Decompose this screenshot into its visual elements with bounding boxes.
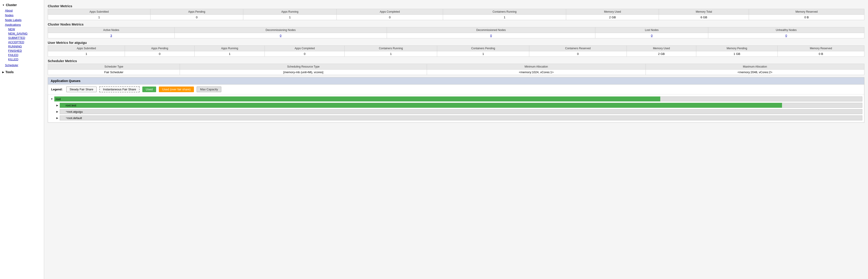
sm-val-0: Fair Scheduler — [48, 70, 180, 75]
sm-val-3: <memory:2048, vCores:2> — [646, 70, 864, 75]
root-queue-label: root — [54, 97, 862, 101]
cm-col-5: Memory Used — [566, 9, 659, 15]
cnm-val-1: 0 — [175, 33, 387, 38]
cm-val-1: 0 — [150, 15, 243, 20]
cnm-val-3: 0 — [595, 33, 708, 38]
cluster-metrics-title: Cluster Metrics — [48, 4, 864, 8]
tools-arrow-icon: ▶ — [2, 71, 4, 73]
sidebar-subitem-accepted[interactable]: ACCEPTED — [0, 40, 44, 44]
legend-max-capacity: Max Capacity — [197, 86, 221, 92]
scheduler-metrics-title: Scheduler Metrics — [48, 59, 864, 63]
queue-row-root-test: ▶ root.test — [50, 102, 862, 108]
sidebar-subitem-new[interactable]: NEW — [0, 27, 44, 31]
root-test-label: root.test — [60, 103, 862, 108]
um-col-5: Containers Pending — [437, 46, 529, 51]
cm-col-3: Apps Completed — [337, 9, 443, 15]
root-default-plus: + — [66, 116, 67, 119]
queue-area: ▼ root ▶ root.test ▶ — [48, 95, 864, 123]
root-queue-toggle[interactable]: ▼ — [50, 97, 54, 101]
sm-col-0: Scheduler Type — [48, 64, 180, 70]
sidebar-subitem-killed[interactable]: KILLED — [0, 57, 44, 62]
cm-val-6: 6 GB — [659, 15, 749, 20]
um-val-1: 0 — [125, 51, 195, 57]
um-val-9: 0 B — [777, 51, 864, 57]
sidebar-item-node-labels[interactable]: Node Labels — [0, 18, 44, 22]
user-metrics-table: Apps Submitted Apps Pending Apps Running… — [48, 45, 864, 57]
um-val-0: 1 — [48, 51, 125, 57]
sidebar-tools-header[interactable]: ▶ Tools — [0, 69, 44, 75]
sm-val-1: [memory-mb (unit=Mi), vcores] — [180, 70, 427, 75]
cm-val-2: 1 — [243, 15, 337, 20]
sidebar-item-applications[interactable]: Applications — [0, 22, 44, 27]
legend-instantaneous-fair-share: Instantaneous Fair Share — [99, 86, 140, 93]
sidebar-item-nodes[interactable]: Nodes — [0, 13, 44, 18]
um-col-7: Memory Used — [626, 46, 696, 51]
root-atguigu-plus: + — [66, 110, 67, 113]
cnm-val-0-link[interactable]: 3 — [111, 34, 112, 37]
um-val-7: 2 GB — [626, 51, 696, 57]
legend-used-over: Used (over fair share) — [159, 86, 194, 92]
legend-steady-fair-share: Steady Fair Share — [66, 86, 97, 92]
cnm-col-0: Active Nodes — [48, 27, 175, 33]
cm-val-0: 1 — [48, 15, 151, 20]
cm-col-0: Apps Submitted — [48, 9, 151, 15]
root-default-toggle[interactable]: ▶ — [55, 116, 59, 120]
cnm-val-2-link[interactable]: 0 — [490, 34, 492, 37]
root-default-queue-bar[interactable]: + root.default — [60, 115, 862, 120]
sidebar-tools-label: Tools — [5, 70, 13, 74]
cm-col-4: Containers Running — [443, 9, 566, 15]
cm-val-4: 1 — [443, 15, 566, 20]
cm-col-1: Apps Pending — [150, 9, 243, 15]
cluster-metrics-table: Apps Submitted Apps Pending Apps Running… — [48, 9, 864, 20]
legend-label: Legend: — [51, 88, 63, 91]
cluster-arrow-icon: ▼ — [2, 4, 4, 6]
sidebar-item-about[interactable]: About — [0, 8, 44, 13]
root-test-toggle[interactable]: ▶ — [55, 103, 59, 107]
um-col-2: Apps Running — [195, 46, 265, 51]
root-default-label: + root.default — [60, 115, 862, 120]
sm-val-2: <memory:1024, vCores:1> — [427, 70, 646, 75]
cm-val-7: 0 B — [749, 15, 864, 20]
app-queues-section: Application Queues Legend: Steady Fair S… — [48, 77, 864, 123]
cm-val-5: 2 GB — [566, 15, 659, 20]
cluster-nodes-table: Active Nodes Decommissioning Nodes Decom… — [48, 27, 864, 38]
sidebar-subitem-submitted[interactable]: SUBMITTED — [0, 36, 44, 40]
legend-row: Legend: Steady Fair Share Instantaneous … — [48, 84, 864, 95]
root-atguigu-toggle[interactable]: ▶ — [55, 110, 59, 114]
root-test-queue-bar[interactable]: root.test — [60, 103, 862, 108]
cnm-col-4: Unhealthy Nodes — [708, 27, 864, 33]
um-val-3: 0 — [265, 51, 345, 57]
um-col-9: Memory Reserved — [777, 46, 864, 51]
queue-row-root-default: ▶ + root.default — [50, 115, 862, 121]
queue-row-root-atguigu: ▶ + root.atguigu — [50, 108, 862, 115]
um-col-1: Apps Pending — [125, 46, 195, 51]
sidebar-subitem-new-saving[interactable]: NEW_SAVING — [0, 31, 44, 36]
cnm-val-3-link[interactable]: 0 — [651, 34, 653, 37]
um-val-4: 1 — [345, 51, 437, 57]
root-queue-bar[interactable]: root — [54, 97, 862, 101]
sm-col-3: Maximum Allocation — [646, 64, 864, 70]
sidebar-cluster-label: Cluster — [6, 3, 17, 7]
sidebar-subitem-failed[interactable]: FAILED — [0, 53, 44, 57]
cnm-val-1-link[interactable]: 0 — [280, 34, 281, 37]
um-col-3: Apps Completed — [265, 46, 345, 51]
cnm-val-2: 0 — [387, 33, 595, 38]
cm-col-2: Apps Running — [243, 9, 337, 15]
cluster-nodes-title: Cluster Nodes Metrics — [48, 22, 864, 26]
um-col-0: Apps Submitted — [48, 46, 125, 51]
root-atguigu-queue-bar[interactable]: + root.atguigu — [60, 109, 862, 114]
sidebar-item-scheduler[interactable]: Scheduler — [0, 63, 44, 68]
sidebar-subitem-running[interactable]: RUNNING — [0, 44, 44, 48]
root-atguigu-label: + root.atguigu — [60, 109, 862, 114]
sidebar-subitem-finished[interactable]: FINISHED — [0, 48, 44, 53]
app-queues-header: Application Queues — [48, 77, 864, 84]
main-content: Cluster Metrics Apps Submitted Apps Pend… — [44, 0, 868, 279]
cm-col-7: Memory Reserved — [749, 9, 864, 15]
sidebar-cluster-header[interactable]: ▼ Cluster — [0, 2, 44, 8]
cnm-val-4-link[interactable]: 0 — [785, 34, 787, 37]
cnm-col-3: Lost Nodes — [595, 27, 708, 33]
um-col-8: Memory Pending — [696, 46, 778, 51]
um-val-2: 1 — [195, 51, 265, 57]
cnm-col-2: Decommissioned Nodes — [387, 27, 595, 33]
um-val-6: 0 — [529, 51, 626, 57]
